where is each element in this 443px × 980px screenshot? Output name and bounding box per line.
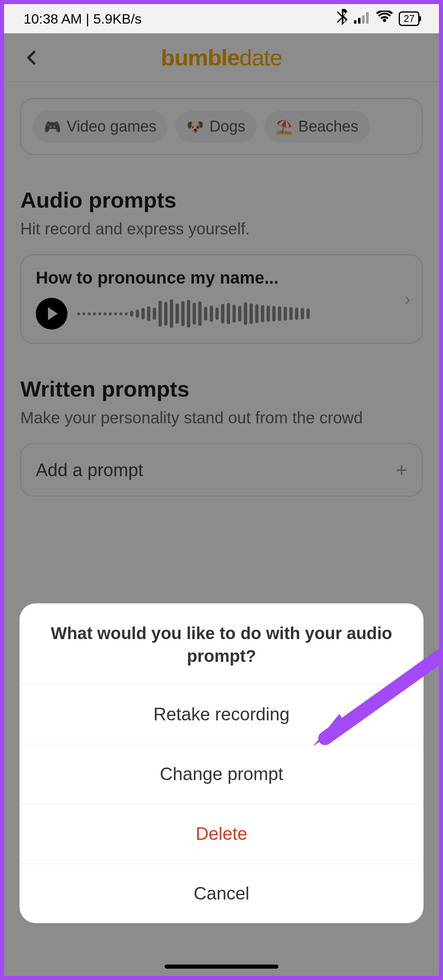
cellular-icon: [354, 11, 370, 27]
retake-recording-button[interactable]: Retake recording: [20, 685, 423, 744]
bluetooth-icon: [337, 9, 348, 28]
svg-rect-0: [354, 20, 356, 24]
home-indicator[interactable]: [165, 965, 278, 969]
status-time: 10:38 AM | 5.9KB/s: [24, 11, 141, 27]
change-prompt-button[interactable]: Change prompt: [20, 744, 423, 804]
status-bar: 10:38 AM | 5.9KB/s 27: [4, 4, 439, 33]
wifi-icon: [376, 11, 393, 27]
status-icons: 27: [337, 9, 419, 28]
sheet-title: What would you like to do with your audi…: [20, 603, 423, 685]
delete-button[interactable]: Delete: [20, 804, 423, 864]
svg-rect-3: [366, 12, 369, 24]
svg-rect-2: [362, 15, 365, 24]
battery-icon: 27: [399, 11, 419, 26]
cancel-button[interactable]: Cancel: [20, 864, 423, 923]
action-sheet: What would you like to do with your audi…: [20, 603, 423, 923]
svg-rect-1: [358, 18, 360, 24]
